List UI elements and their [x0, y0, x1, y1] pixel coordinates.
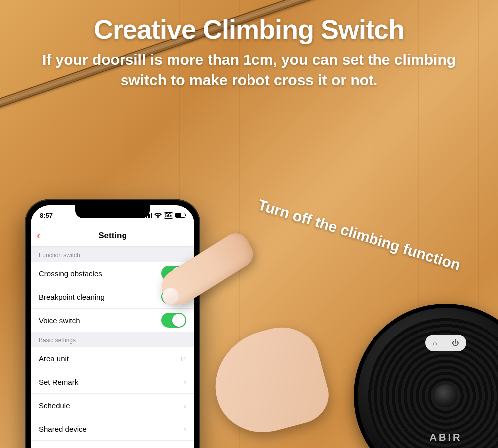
row-area-unit[interactable]: Area unit ft²	[31, 347, 194, 370]
row-label: Set Remark	[39, 378, 78, 386]
toggle-voice[interactable]	[161, 313, 186, 328]
robot-brand-label: ABIR	[430, 432, 462, 443]
power-icon: ⏻	[452, 339, 459, 347]
row-value: ft²	[180, 355, 186, 363]
status-time: 8:57	[40, 212, 53, 219]
robot-camera	[434, 384, 457, 407]
headline-text: Creative Climbing Switch	[0, 14, 498, 45]
toggle-crossing[interactable]	[161, 266, 186, 281]
phone-screen: 8:57 5G ‹ Setting Function switch Crossi…	[31, 205, 194, 448]
section-header-basic: Basic settings	[31, 332, 194, 347]
wifi-icon	[154, 213, 162, 218]
phone-mockup: 8:57 5G ‹ Setting Function switch Crossi…	[25, 199, 200, 448]
row-breakpoint-cleaning[interactable]: Breakpoint cleaning	[31, 285, 194, 309]
row-schedule[interactable]: Schedule ›	[31, 394, 194, 417]
chevron-right-icon: ›	[184, 401, 186, 410]
row-label: Crossing obstacles	[39, 269, 102, 278]
row-set-remark[interactable]: Set Remark ›	[31, 370, 194, 394]
network-badge: 5G	[164, 212, 173, 219]
row-check-update[interactable]: Check for update 1.0.0_01010023_00410042	[31, 441, 194, 448]
nav-bar: ‹ Setting	[31, 225, 194, 247]
chevron-right-icon: ›	[184, 378, 186, 386]
row-label: Area unit	[39, 354, 69, 363]
subheadline-text: If your doorsill is more than 1cm, you c…	[30, 50, 468, 90]
status-icons: 5G	[143, 212, 185, 219]
row-crossing-obstacles[interactable]: Crossing obstacles	[31, 262, 194, 285]
nav-title: Setting	[98, 231, 127, 241]
row-label: Schedule	[39, 401, 70, 410]
back-button[interactable]: ‹	[37, 229, 40, 242]
battery-icon	[175, 213, 185, 218]
home-icon: ⌂	[433, 339, 437, 347]
row-label: Voice switch	[39, 316, 80, 325]
toggle-breakpoint[interactable]	[161, 289, 186, 304]
section-header-function: Function switch	[31, 247, 194, 262]
chevron-right-icon: ›	[184, 425, 186, 433]
row-label: Shared device	[39, 425, 87, 433]
row-shared-device[interactable]: Shared device ›	[31, 417, 194, 441]
row-label: Breakpoint cleaning	[39, 293, 105, 301]
robot-top-buttons: ⌂ ⏻	[425, 335, 466, 351]
marketing-panel: Creative Climbing Switch If your doorsil…	[0, 0, 498, 448]
phone-notch	[75, 205, 150, 218]
row-voice-switch[interactable]: Voice switch	[31, 309, 194, 332]
